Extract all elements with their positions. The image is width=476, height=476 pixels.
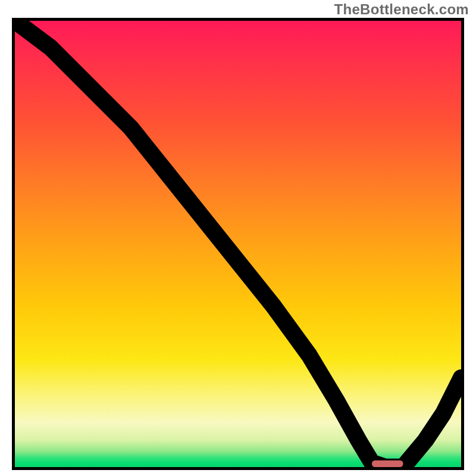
bottleneck-curve <box>15 21 461 467</box>
plot-area <box>12 18 464 470</box>
curve-layer <box>15 21 461 467</box>
chart-container: TheBottleneck.com <box>0 0 476 476</box>
watermark-text: TheBottleneck.com <box>334 1 469 18</box>
optimal-range-marker <box>372 461 403 467</box>
